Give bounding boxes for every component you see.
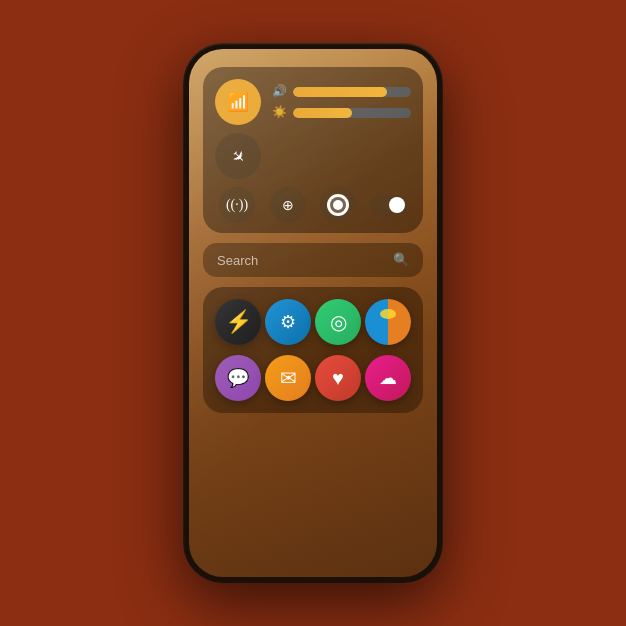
wifi-button[interactable]: 📶 [215, 79, 261, 125]
app-bolt[interactable]: ⚡ [215, 299, 261, 345]
app-settings[interactable]: ⚙ [265, 299, 311, 345]
zoom-button[interactable]: ⊕ [270, 187, 306, 223]
second-controls-row: ✈ [215, 133, 411, 179]
record-inner [330, 197, 346, 213]
app-row-2: 💬 ✉ ♥ ☁ [213, 355, 413, 401]
phone-frame: 📶 🔊 ☀️ [183, 43, 443, 583]
app-mail[interactable]: ✉ [265, 355, 311, 401]
airplane-mode-button[interactable]: ✈ [215, 133, 261, 179]
brightness-fill [293, 108, 352, 118]
control-panel: 📶 🔊 ☀️ [203, 67, 423, 233]
svg-point-1 [380, 309, 396, 319]
search-bar[interactable]: Search 🔍 [203, 243, 423, 277]
brightness-slider[interactable] [293, 108, 411, 118]
app-circle[interactable]: ◎ [315, 299, 361, 345]
search-placeholder: Search [217, 253, 258, 268]
brightness-icon: ☀️ [271, 105, 287, 120]
svg-point-0 [365, 299, 411, 345]
app-cloud[interactable]: ☁ [365, 355, 411, 401]
cloud-icon: ☁ [379, 367, 397, 389]
app-heart[interactable]: ♥ [315, 355, 361, 401]
airplane-icon: ✈ [227, 145, 250, 168]
volume-slider[interactable] [293, 87, 411, 97]
volume-icon: 🔊 [271, 84, 287, 99]
chat-icon: 💬 [227, 367, 249, 389]
toggle-knob [389, 197, 405, 213]
circle-icon: ◎ [330, 310, 347, 334]
mail-icon: ✉ [280, 366, 297, 390]
phone-screen: 📶 🔊 ☀️ [189, 49, 437, 577]
sliders-column: 🔊 ☀️ [271, 84, 411, 120]
third-controls-row: ((·)) ⊕ [215, 187, 411, 223]
app-grid: ⚡ ⚙ ◎ 💬 [203, 287, 423, 413]
signal-icon: ((·)) [226, 197, 248, 213]
record-button[interactable] [320, 187, 356, 223]
app-aurora[interactable] [365, 299, 411, 345]
bolt-icon: ⚡ [225, 309, 252, 335]
top-controls-row: 📶 🔊 ☀️ [215, 79, 411, 125]
aurora-icon [365, 299, 411, 345]
zoom-icon: ⊕ [282, 197, 294, 214]
search-icon: 🔍 [393, 252, 409, 268]
app-row-1: ⚡ ⚙ ◎ [213, 299, 413, 345]
wifi-icon: 📶 [227, 91, 249, 113]
signal-button[interactable]: ((·)) [219, 187, 255, 223]
settings-icon: ⚙ [280, 311, 296, 333]
toggle-button[interactable] [371, 195, 407, 215]
volume-fill [293, 87, 387, 97]
volume-slider-row: 🔊 [271, 84, 411, 99]
app-chat[interactable]: 💬 [215, 355, 261, 401]
heart-icon: ♥ [332, 367, 344, 390]
brightness-slider-row: ☀️ [271, 105, 411, 120]
